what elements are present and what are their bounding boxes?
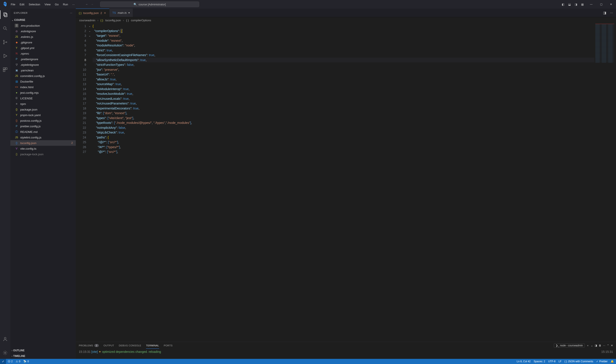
- accounts-icon[interactable]: [0, 335, 10, 343]
- status-ports[interactable]: 📡 0: [23, 360, 29, 363]
- file--eslintignore[interactable]: ◎.eslintignore: [10, 28, 76, 34]
- more-icon[interactable]: ···: [603, 344, 605, 347]
- menu-view[interactable]: View: [42, 1, 53, 8]
- toggle-panel-icon[interactable]: ⬓: [568, 3, 571, 6]
- file-postcss-config-js[interactable]: {}postcss.config.js: [10, 118, 76, 123]
- status-warnings[interactable]: ⚠ 0: [16, 360, 20, 363]
- file-stylelint-config-js[interactable]: JSstylelint.config.js: [10, 135, 76, 140]
- file--gitpod-yml[interactable]: Y.gitpod.yml: [10, 45, 76, 51]
- terminal-body[interactable]: 15:15:31 [vite] ✦ optimized dependencies…: [76, 349, 616, 359]
- file-prettier-config-js[interactable]: Pprettier.config.js: [10, 123, 76, 129]
- file--stylelintignore[interactable]: ▽.stylelintignore: [10, 62, 76, 67]
- menu-edit[interactable]: Edit: [17, 1, 27, 8]
- panel-debug-console[interactable]: DEBUG CONSOLE: [119, 342, 141, 349]
- split-terminal-icon[interactable]: ◨: [595, 344, 597, 347]
- file-icon: {}: [15, 141, 18, 145]
- svg-point-3: [3, 40, 4, 41]
- code-editor[interactable]: 1234567891011121314151617181920212223242…: [76, 23, 616, 342]
- breadcrumb-segment[interactable]: compilerOptions: [131, 19, 151, 22]
- ts-icon: TS: [112, 11, 116, 14]
- title-bar: File Edit Selection View Go Run ··· ← → …: [0, 0, 616, 9]
- file--eslintrc-js[interactable]: JS.eslintrc.js: [10, 34, 76, 39]
- panel-ports[interactable]: PORTS: [164, 342, 173, 349]
- status-encoding[interactable]: UTF-8: [548, 360, 556, 363]
- tab-label: tsconfig.json: [83, 11, 98, 15]
- breadcrumb-segment[interactable]: tsconfig.json: [105, 19, 121, 22]
- status-eol[interactable]: LF: [559, 360, 561, 363]
- menu-selection[interactable]: Selection: [27, 1, 42, 8]
- file-LICENSE[interactable]: ©LICENSE: [10, 95, 76, 101]
- maximize-panel-icon[interactable]: ⌃: [607, 344, 609, 347]
- minimize-button[interactable]: —: [586, 0, 596, 9]
- terminal-picker[interactable]: ❯_ node - courseadmin: [554, 343, 585, 348]
- run-debug-icon[interactable]: [0, 52, 10, 60]
- panel-terminal[interactable]: TERMINAL: [146, 342, 159, 349]
- log-tag: [vite]: [91, 350, 98, 353]
- customize-layout-icon[interactable]: ▦: [581, 3, 584, 6]
- toggle-sidebar-icon[interactable]: ◧: [562, 3, 564, 6]
- panel-problems[interactable]: PROBLEMS2: [79, 342, 99, 349]
- status-indent[interactable]: Spaces: 2: [534, 360, 545, 363]
- status-bell-icon[interactable]: 🔔: [611, 360, 614, 363]
- file-package-lock-json[interactable]: {}package-lock.json: [10, 151, 76, 157]
- file-npm[interactable]: ≡npm: [10, 101, 76, 107]
- toggle-secondary-icon[interactable]: ◨: [575, 3, 577, 6]
- outline-header[interactable]: ›OUTLINE: [10, 348, 76, 353]
- status-cursor-position[interactable]: Ln 8, Col 42: [517, 360, 531, 363]
- explorer-icon[interactable]: [0, 10, 10, 19]
- close-panel-icon[interactable]: ✕: [611, 344, 613, 347]
- trash-icon[interactable]: 🗑: [599, 344, 601, 347]
- file-commitlint-config-js[interactable]: JScommitlint.config.js: [10, 73, 76, 79]
- search-icon[interactable]: [0, 24, 10, 33]
- status-errors[interactable]: ⓧ 2: [8, 360, 13, 363]
- file-label: postcss.config.js: [20, 119, 42, 122]
- more-icon[interactable]: ···: [610, 11, 613, 15]
- menu-file[interactable]: File: [9, 1, 17, 8]
- breadcrumb-segment[interactable]: courseadmin: [79, 19, 95, 22]
- minimap[interactable]: [594, 23, 616, 342]
- code-content[interactable]: { "compilerOptions": { "target": "esnext…: [93, 23, 616, 342]
- svg-rect-8: [3, 70, 5, 72]
- file-vite-config-ts[interactable]: Vvite.config.ts: [10, 146, 76, 151]
- close-button[interactable]: ✕: [606, 0, 616, 9]
- file--prettierignore[interactable]: P.prettierignore: [10, 56, 76, 62]
- menu-go[interactable]: Go: [53, 1, 61, 8]
- vscode-logo-icon: [0, 2, 9, 7]
- maximize-button[interactable]: ▢: [596, 0, 606, 9]
- split-editor-icon[interactable]: ◨: [603, 11, 606, 15]
- back-icon[interactable]: ←: [85, 3, 88, 6]
- status-prettier[interactable]: ✓ Prettier: [596, 360, 608, 363]
- file-Dockerfile[interactable]: ▤Dockerfile: [10, 79, 76, 84]
- folder-header[interactable]: ⌄ COURSE: [10, 17, 76, 23]
- file--npmrc[interactable]: N.npmrc: [10, 51, 76, 56]
- menu-run[interactable]: Run: [61, 1, 70, 8]
- file-package-json[interactable]: {}package.json: [10, 107, 76, 112]
- command-center-search[interactable]: 🔍 course [Administrator]: [100, 1, 199, 7]
- file-icon: JS: [15, 35, 18, 39]
- tab-tsconfig[interactable]: { } tsconfig.json 2 ✕: [76, 9, 109, 17]
- file-pnpm-lock-yaml[interactable]: Ypnpm-lock.yaml: [10, 112, 76, 118]
- new-terminal-icon[interactable]: ＋: [587, 344, 589, 348]
- close-icon[interactable]: ✕: [104, 11, 106, 15]
- explorer-more-icon[interactable]: ···: [70, 12, 72, 14]
- source-control-icon[interactable]: [0, 38, 10, 46]
- timeline-header[interactable]: ›TIMELINE: [10, 353, 76, 359]
- extensions-icon[interactable]: [0, 65, 10, 74]
- file--env-production[interactable]: ☰.env.production: [10, 23, 76, 28]
- menubar: File Edit Selection View Go Run ···: [9, 1, 77, 8]
- file-index-html[interactable]: <>index.html: [10, 84, 76, 90]
- status-language[interactable]: { } JSON with Comments: [564, 360, 593, 363]
- file-jest-config-mjs[interactable]: ●jest.config.mjs: [10, 90, 76, 95]
- panel-output[interactable]: OUTPUT: [104, 342, 114, 349]
- menu-overflow-icon[interactable]: ···: [70, 1, 77, 8]
- chevron-down-icon[interactable]: ⌄: [591, 344, 593, 347]
- file--gitignore[interactable]: ◆.gitignore: [10, 39, 76, 45]
- breadcrumbs[interactable]: courseadmin› { }tsconfig.json› { }compil…: [76, 17, 616, 23]
- forward-icon[interactable]: →: [91, 3, 94, 6]
- file-tsconfig-json[interactable]: {}tsconfig.json2: [10, 140, 76, 146]
- tab-main-ts[interactable]: TS main.ts •: [109, 9, 133, 17]
- remote-icon[interactable]: ⤢: [0, 359, 6, 364]
- file--yarnclean[interactable]: ▣.yarnclean: [10, 67, 76, 73]
- file-README-md[interactable]: ⓘREADME.md: [10, 129, 76, 135]
- settings-icon[interactable]: [0, 349, 10, 357]
